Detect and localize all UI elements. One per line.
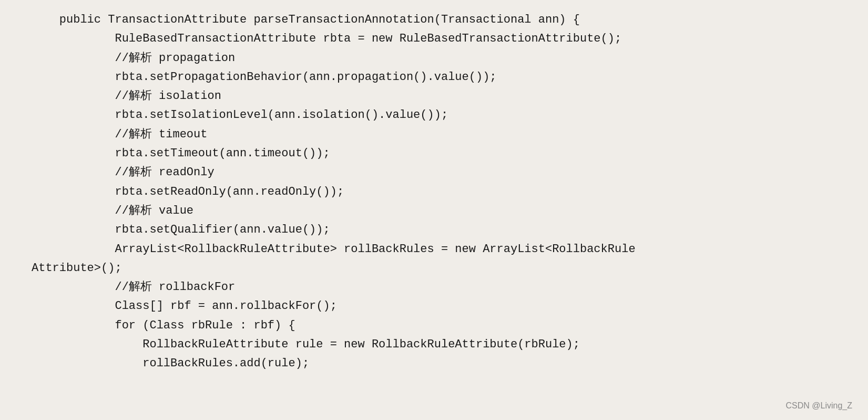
code-container: public TransactionAttribute parseTransac… — [0, 0, 868, 420]
watermark: CSDN @Living_Z — [786, 401, 853, 411]
code-block: public TransactionAttribute parseTransac… — [32, 11, 836, 374]
